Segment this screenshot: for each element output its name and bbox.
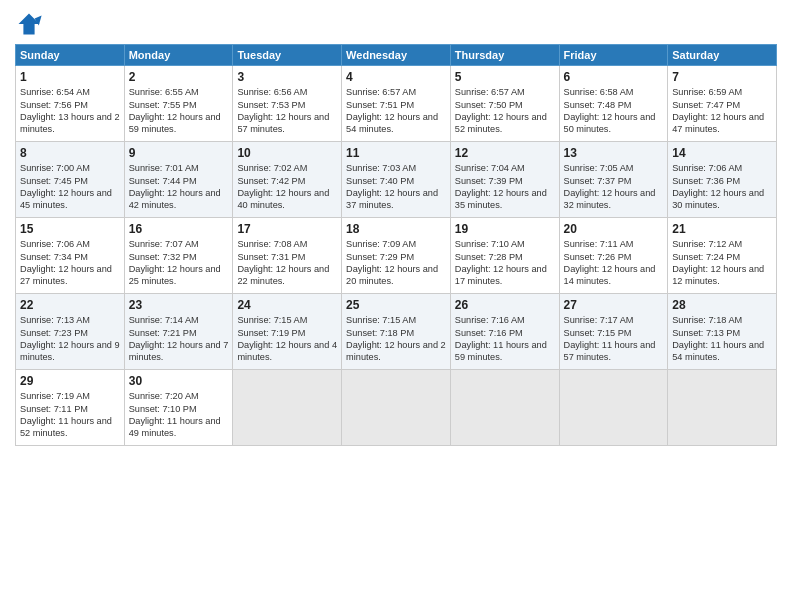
calendar-header-row: SundayMondayTuesdayWednesdayThursdayFrid… — [16, 45, 777, 66]
sunset-text: Sunset: 7:11 PM — [20, 403, 120, 415]
day-number: 25 — [346, 297, 446, 313]
calendar-cell: 2Sunrise: 6:55 AMSunset: 7:55 PMDaylight… — [124, 66, 233, 142]
sunrise-text: Sunrise: 7:14 AM — [129, 314, 229, 326]
calendar-cell: 25Sunrise: 7:15 AMSunset: 7:18 PMDayligh… — [342, 294, 451, 370]
sunrise-text: Sunrise: 7:06 AM — [20, 238, 120, 250]
sunrise-text: Sunrise: 6:57 AM — [346, 86, 446, 98]
sunrise-text: Sunrise: 7:15 AM — [237, 314, 337, 326]
day-number: 13 — [564, 145, 664, 161]
calendar-cell: 28Sunrise: 7:18 AMSunset: 7:13 PMDayligh… — [668, 294, 777, 370]
sunrise-text: Sunrise: 7:19 AM — [20, 390, 120, 402]
sunset-text: Sunset: 7:23 PM — [20, 327, 120, 339]
sunrise-text: Sunrise: 6:56 AM — [237, 86, 337, 98]
logo-icon — [15, 10, 43, 38]
daylight-text: Daylight: 12 hours and 12 minutes. — [672, 263, 772, 288]
daylight-text: Daylight: 11 hours and 57 minutes. — [564, 339, 664, 364]
sunrise-text: Sunrise: 7:09 AM — [346, 238, 446, 250]
sunrise-text: Sunrise: 7:07 AM — [129, 238, 229, 250]
sunrise-text: Sunrise: 6:59 AM — [672, 86, 772, 98]
calendar-cell — [450, 370, 559, 446]
sunrise-text: Sunrise: 7:10 AM — [455, 238, 555, 250]
day-number: 28 — [672, 297, 772, 313]
day-number: 10 — [237, 145, 337, 161]
calendar-cell: 6Sunrise: 6:58 AMSunset: 7:48 PMDaylight… — [559, 66, 668, 142]
daylight-text: Daylight: 12 hours and 7 minutes. — [129, 339, 229, 364]
col-header-tuesday: Tuesday — [233, 45, 342, 66]
day-number: 30 — [129, 373, 229, 389]
sunset-text: Sunset: 7:29 PM — [346, 251, 446, 263]
day-number: 8 — [20, 145, 120, 161]
day-number: 9 — [129, 145, 229, 161]
col-header-wednesday: Wednesday — [342, 45, 451, 66]
calendar-cell: 9Sunrise: 7:01 AMSunset: 7:44 PMDaylight… — [124, 142, 233, 218]
sunset-text: Sunset: 7:36 PM — [672, 175, 772, 187]
sunrise-text: Sunrise: 7:03 AM — [346, 162, 446, 174]
daylight-text: Daylight: 12 hours and 47 minutes. — [672, 111, 772, 136]
sunrise-text: Sunrise: 7:06 AM — [672, 162, 772, 174]
sunset-text: Sunset: 7:51 PM — [346, 99, 446, 111]
calendar-cell: 24Sunrise: 7:15 AMSunset: 7:19 PMDayligh… — [233, 294, 342, 370]
day-number: 12 — [455, 145, 555, 161]
col-header-thursday: Thursday — [450, 45, 559, 66]
daylight-text: Daylight: 12 hours and 50 minutes. — [564, 111, 664, 136]
sunrise-text: Sunrise: 7:02 AM — [237, 162, 337, 174]
daylight-text: Daylight: 12 hours and 57 minutes. — [237, 111, 337, 136]
calendar-week-1: 8Sunrise: 7:00 AMSunset: 7:45 PMDaylight… — [16, 142, 777, 218]
calendar-cell: 14Sunrise: 7:06 AMSunset: 7:36 PMDayligh… — [668, 142, 777, 218]
sunrise-text: Sunrise: 6:55 AM — [129, 86, 229, 98]
sunset-text: Sunset: 7:28 PM — [455, 251, 555, 263]
calendar-cell: 22Sunrise: 7:13 AMSunset: 7:23 PMDayligh… — [16, 294, 125, 370]
sunrise-text: Sunrise: 6:54 AM — [20, 86, 120, 98]
day-number: 18 — [346, 221, 446, 237]
daylight-text: Daylight: 12 hours and 17 minutes. — [455, 263, 555, 288]
daylight-text: Daylight: 12 hours and 35 minutes. — [455, 187, 555, 212]
sunrise-text: Sunrise: 7:16 AM — [455, 314, 555, 326]
calendar-cell: 7Sunrise: 6:59 AMSunset: 7:47 PMDaylight… — [668, 66, 777, 142]
sunset-text: Sunset: 7:44 PM — [129, 175, 229, 187]
sunset-text: Sunset: 7:47 PM — [672, 99, 772, 111]
day-number: 17 — [237, 221, 337, 237]
calendar-cell: 30Sunrise: 7:20 AMSunset: 7:10 PMDayligh… — [124, 370, 233, 446]
daylight-text: Daylight: 12 hours and 14 minutes. — [564, 263, 664, 288]
col-header-monday: Monday — [124, 45, 233, 66]
daylight-text: Daylight: 12 hours and 45 minutes. — [20, 187, 120, 212]
sunset-text: Sunset: 7:50 PM — [455, 99, 555, 111]
calendar-week-4: 29Sunrise: 7:19 AMSunset: 7:11 PMDayligh… — [16, 370, 777, 446]
calendar-cell: 23Sunrise: 7:14 AMSunset: 7:21 PMDayligh… — [124, 294, 233, 370]
day-number: 16 — [129, 221, 229, 237]
daylight-text: Daylight: 12 hours and 37 minutes. — [346, 187, 446, 212]
sunrise-text: Sunrise: 7:12 AM — [672, 238, 772, 250]
calendar-cell — [559, 370, 668, 446]
calendar-table: SundayMondayTuesdayWednesdayThursdayFrid… — [15, 44, 777, 446]
calendar-week-2: 15Sunrise: 7:06 AMSunset: 7:34 PMDayligh… — [16, 218, 777, 294]
calendar-cell: 18Sunrise: 7:09 AMSunset: 7:29 PMDayligh… — [342, 218, 451, 294]
daylight-text: Daylight: 12 hours and 27 minutes. — [20, 263, 120, 288]
calendar-cell: 5Sunrise: 6:57 AMSunset: 7:50 PMDaylight… — [450, 66, 559, 142]
calendar-cell: 13Sunrise: 7:05 AMSunset: 7:37 PMDayligh… — [559, 142, 668, 218]
header — [15, 10, 777, 38]
day-number: 6 — [564, 69, 664, 85]
day-number: 3 — [237, 69, 337, 85]
daylight-text: Daylight: 11 hours and 54 minutes. — [672, 339, 772, 364]
calendar-cell: 16Sunrise: 7:07 AMSunset: 7:32 PMDayligh… — [124, 218, 233, 294]
calendar-cell: 10Sunrise: 7:02 AMSunset: 7:42 PMDayligh… — [233, 142, 342, 218]
calendar-cell: 19Sunrise: 7:10 AMSunset: 7:28 PMDayligh… — [450, 218, 559, 294]
main-container: SundayMondayTuesdayWednesdayThursdayFrid… — [0, 0, 792, 456]
calendar-cell — [233, 370, 342, 446]
sunset-text: Sunset: 7:32 PM — [129, 251, 229, 263]
sunrise-text: Sunrise: 7:01 AM — [129, 162, 229, 174]
daylight-text: Daylight: 11 hours and 59 minutes. — [455, 339, 555, 364]
sunset-text: Sunset: 7:48 PM — [564, 99, 664, 111]
sunset-text: Sunset: 7:18 PM — [346, 327, 446, 339]
sunset-text: Sunset: 7:16 PM — [455, 327, 555, 339]
sunrise-text: Sunrise: 7:11 AM — [564, 238, 664, 250]
day-number: 2 — [129, 69, 229, 85]
daylight-text: Daylight: 12 hours and 42 minutes. — [129, 187, 229, 212]
daylight-text: Daylight: 12 hours and 4 minutes. — [237, 339, 337, 364]
daylight-text: Daylight: 12 hours and 22 minutes. — [237, 263, 337, 288]
sunrise-text: Sunrise: 6:57 AM — [455, 86, 555, 98]
day-number: 5 — [455, 69, 555, 85]
sunrise-text: Sunrise: 7:04 AM — [455, 162, 555, 174]
daylight-text: Daylight: 12 hours and 52 minutes. — [455, 111, 555, 136]
daylight-text: Daylight: 12 hours and 54 minutes. — [346, 111, 446, 136]
